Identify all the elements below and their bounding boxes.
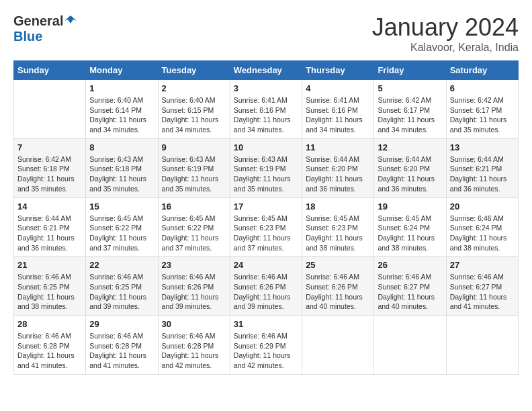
day-info: Sunrise: 6:44 AM Sunset: 6:21 PM Dayligh… (17, 214, 82, 253)
day-info: Sunrise: 6:46 AM Sunset: 6:27 PM Dayligh… (450, 272, 515, 312)
day-cell: 14Sunrise: 6:44 AM Sunset: 6:21 PM Dayli… (14, 197, 86, 257)
day-info: Sunrise: 6:44 AM Sunset: 6:20 PM Dayligh… (378, 154, 442, 194)
day-info: Sunrise: 6:46 AM Sunset: 6:27 PM Dayligh… (378, 272, 442, 312)
day-info: Sunrise: 6:43 AM Sunset: 6:19 PM Dayligh… (162, 154, 226, 194)
day-info: Sunrise: 6:46 AM Sunset: 6:25 PM Dayligh… (17, 272, 82, 312)
day-number: 1 (89, 83, 154, 93)
day-cell: 27Sunrise: 6:46 AM Sunset: 6:27 PM Dayli… (446, 257, 518, 316)
day-number: 30 (162, 319, 226, 329)
day-number: 15 (89, 201, 154, 212)
logo-bird-icon (64, 14, 77, 26)
day-cell: 18Sunrise: 6:45 AM Sunset: 6:23 PM Dayli… (302, 197, 374, 257)
day-cell (14, 80, 86, 139)
day-info: Sunrise: 6:43 AM Sunset: 6:18 PM Dayligh… (89, 154, 154, 194)
column-header-tuesday: Tuesday (158, 61, 230, 80)
day-info: Sunrise: 6:40 AM Sunset: 6:14 PM Dayligh… (89, 95, 154, 135)
day-number: 31 (234, 319, 298, 329)
column-header-friday: Friday (374, 61, 446, 80)
day-info: Sunrise: 6:45 AM Sunset: 6:22 PM Dayligh… (89, 214, 154, 253)
day-info: Sunrise: 6:45 AM Sunset: 6:22 PM Dayligh… (162, 214, 226, 253)
day-number: 29 (89, 319, 154, 329)
week-row-5: 28Sunrise: 6:46 AM Sunset: 6:28 PM Dayli… (14, 316, 519, 375)
day-cell: 29Sunrise: 6:46 AM Sunset: 6:28 PM Dayli… (86, 316, 158, 375)
day-number: 22 (89, 260, 154, 270)
day-number: 12 (378, 142, 442, 152)
column-header-wednesday: Wednesday (230, 61, 302, 80)
day-cell: 24Sunrise: 6:46 AM Sunset: 6:26 PM Dayli… (230, 257, 302, 316)
day-cell: 22Sunrise: 6:46 AM Sunset: 6:25 PM Dayli… (86, 257, 158, 316)
day-cell (302, 316, 374, 375)
day-number: 2 (162, 83, 226, 93)
day-number: 21 (17, 260, 82, 270)
day-cell: 26Sunrise: 6:46 AM Sunset: 6:27 PM Dayli… (374, 257, 446, 316)
day-cell: 5Sunrise: 6:42 AM Sunset: 6:17 PM Daylig… (374, 80, 446, 139)
day-cell: 8Sunrise: 6:43 AM Sunset: 6:18 PM Daylig… (86, 138, 158, 197)
day-cell: 17Sunrise: 6:45 AM Sunset: 6:23 PM Dayli… (230, 197, 302, 257)
day-number: 16 (162, 201, 226, 212)
day-number: 25 (306, 260, 370, 270)
day-info: Sunrise: 6:46 AM Sunset: 6:28 PM Dayligh… (89, 331, 154, 371)
day-number: 28 (17, 319, 82, 329)
column-header-saturday: Saturday (446, 61, 518, 80)
title-block: January 2024 Kalavoor, Kerala, India (372, 13, 519, 54)
svg-marker-0 (64, 15, 77, 24)
day-info: Sunrise: 6:46 AM Sunset: 6:26 PM Dayligh… (234, 272, 298, 312)
day-info: Sunrise: 6:45 AM Sunset: 6:23 PM Dayligh… (234, 214, 298, 253)
day-number: 13 (450, 142, 515, 152)
day-info: Sunrise: 6:46 AM Sunset: 6:26 PM Dayligh… (306, 272, 370, 312)
day-info: Sunrise: 6:46 AM Sunset: 6:29 PM Dayligh… (234, 331, 298, 371)
day-number: 9 (162, 142, 226, 152)
day-cell: 2Sunrise: 6:40 AM Sunset: 6:15 PM Daylig… (158, 80, 230, 139)
week-row-4: 21Sunrise: 6:46 AM Sunset: 6:25 PM Dayli… (14, 257, 519, 316)
day-info: Sunrise: 6:46 AM Sunset: 6:25 PM Dayligh… (89, 272, 154, 312)
week-row-1: 1Sunrise: 6:40 AM Sunset: 6:14 PM Daylig… (14, 80, 519, 139)
logo-blue-text: Blue (13, 29, 42, 44)
month-title: January 2024 (372, 13, 519, 42)
day-cell (446, 316, 518, 375)
day-number: 20 (450, 201, 515, 212)
day-cell: 12Sunrise: 6:44 AM Sunset: 6:20 PM Dayli… (374, 138, 446, 197)
day-cell: 31Sunrise: 6:46 AM Sunset: 6:29 PM Dayli… (230, 316, 302, 375)
day-info: Sunrise: 6:44 AM Sunset: 6:21 PM Dayligh… (450, 154, 515, 194)
day-number: 23 (162, 260, 226, 270)
header-row: SundayMondayTuesdayWednesdayThursdayFrid… (14, 61, 519, 80)
day-number: 14 (17, 201, 82, 212)
day-cell: 1Sunrise: 6:40 AM Sunset: 6:14 PM Daylig… (86, 80, 158, 139)
day-cell: 20Sunrise: 6:46 AM Sunset: 6:24 PM Dayli… (446, 197, 518, 257)
day-cell: 11Sunrise: 6:44 AM Sunset: 6:20 PM Dayli… (302, 138, 374, 197)
day-number: 8 (89, 142, 154, 152)
logo: General Blue (13, 13, 77, 44)
day-info: Sunrise: 6:46 AM Sunset: 6:28 PM Dayligh… (17, 331, 82, 371)
calendar-header: SundayMondayTuesdayWednesdayThursdayFrid… (14, 61, 519, 80)
day-info: Sunrise: 6:46 AM Sunset: 6:24 PM Dayligh… (450, 214, 515, 253)
calendar-table: SundayMondayTuesdayWednesdayThursdayFrid… (13, 60, 519, 375)
week-row-2: 7Sunrise: 6:42 AM Sunset: 6:18 PM Daylig… (14, 138, 519, 197)
day-cell (374, 316, 446, 375)
page-header: General Blue January 2024 Kalavoor, Kera… (13, 13, 519, 54)
day-cell: 10Sunrise: 6:43 AM Sunset: 6:19 PM Dayli… (230, 138, 302, 197)
calendar-body: 1Sunrise: 6:40 AM Sunset: 6:14 PM Daylig… (14, 80, 519, 375)
column-header-sunday: Sunday (14, 61, 86, 80)
day-cell: 4Sunrise: 6:41 AM Sunset: 6:16 PM Daylig… (302, 80, 374, 139)
day-cell: 6Sunrise: 6:42 AM Sunset: 6:17 PM Daylig… (446, 80, 518, 139)
day-cell: 15Sunrise: 6:45 AM Sunset: 6:22 PM Dayli… (86, 197, 158, 257)
day-cell: 3Sunrise: 6:41 AM Sunset: 6:16 PM Daylig… (230, 80, 302, 139)
day-info: Sunrise: 6:41 AM Sunset: 6:16 PM Dayligh… (306, 95, 370, 135)
day-info: Sunrise: 6:42 AM Sunset: 6:17 PM Dayligh… (450, 95, 515, 135)
day-number: 5 (378, 83, 442, 93)
day-number: 7 (17, 142, 82, 152)
day-number: 11 (306, 142, 370, 152)
day-info: Sunrise: 6:45 AM Sunset: 6:24 PM Dayligh… (378, 214, 442, 253)
day-info: Sunrise: 6:46 AM Sunset: 6:26 PM Dayligh… (162, 272, 226, 312)
day-info: Sunrise: 6:43 AM Sunset: 6:19 PM Dayligh… (234, 154, 298, 194)
day-number: 26 (378, 260, 442, 270)
day-cell: 7Sunrise: 6:42 AM Sunset: 6:18 PM Daylig… (14, 138, 86, 197)
day-number: 10 (234, 142, 298, 152)
location-title: Kalavoor, Kerala, India (372, 42, 519, 54)
day-info: Sunrise: 6:46 AM Sunset: 6:28 PM Dayligh… (162, 331, 226, 371)
day-cell: 21Sunrise: 6:46 AM Sunset: 6:25 PM Dayli… (14, 257, 86, 316)
week-row-3: 14Sunrise: 6:44 AM Sunset: 6:21 PM Dayli… (14, 197, 519, 257)
day-cell: 30Sunrise: 6:46 AM Sunset: 6:28 PM Dayli… (158, 316, 230, 375)
day-info: Sunrise: 6:45 AM Sunset: 6:23 PM Dayligh… (306, 214, 370, 253)
day-cell: 19Sunrise: 6:45 AM Sunset: 6:24 PM Dayli… (374, 197, 446, 257)
